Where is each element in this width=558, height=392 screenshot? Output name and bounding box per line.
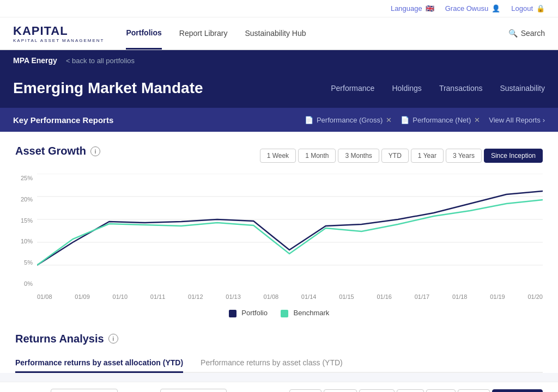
x-label-0114: 01/14 (301, 293, 317, 300)
logo-sub-text: KAPITAL ASSET MANAGEMENT (13, 38, 104, 43)
user-label: Grace Owusu (445, 4, 488, 13)
asset-growth-title-text: Asset Growth (15, 145, 86, 157)
portfolio-legend-label: Portfolio (241, 309, 268, 317)
returns-tab-asset-allocation[interactable]: Performance returns by asset allocation … (15, 354, 183, 373)
filter-time-btn-3y[interactable]: 3 Years (458, 389, 490, 392)
breadcrumb-bar: MPA Energy < back to all portfolios (0, 50, 558, 71)
language-selector[interactable]: Language 🇬🇧 (391, 4, 434, 13)
filter-time-btn-1y[interactable]: 1 Year (426, 389, 456, 392)
x-label-0109: 01/09 (75, 293, 90, 300)
x-label-0110: 01/10 (113, 293, 128, 300)
chart-y-axis: 0% 5% 10% 15% 20% 25% (15, 174, 33, 288)
time-btn-3y[interactable]: 3 Years (446, 149, 482, 163)
portfolio-nav-holdings[interactable]: Holdings (392, 84, 421, 93)
legend-portfolio: Portfolio (229, 309, 268, 317)
nav-link-sustainability-hub[interactable]: Sustainability Hub (245, 18, 306, 48)
chart-legend: Portfolio Benchmark (15, 309, 543, 317)
x-label-0118: 01/18 (452, 293, 468, 300)
kpr-report-net-label: Performance (Net) (413, 116, 471, 124)
asset-growth-title: Asset Growth i (15, 145, 100, 157)
kpr-title: Key Performance Reports (13, 115, 292, 125)
main-content: Asset Growth i 1 Week 1 Month 3 Months Y… (0, 132, 558, 317)
y-label-5: 5% (15, 259, 33, 266)
x-label-0112: 01/12 (188, 293, 203, 300)
kpr-reports: 📄 Performance (Gross) ✕ 📄 Performance (N… (305, 116, 545, 124)
filter-time-btn-ytd[interactable]: YTD (397, 389, 424, 392)
filter-time-btn-1w[interactable]: 1 Week (289, 389, 322, 392)
x-label-0113: 01/13 (226, 293, 241, 300)
returns-analysis-title: Returns Analysis (15, 333, 104, 345)
document-icon: 📄 (305, 116, 313, 124)
x-label-0117: 01/17 (415, 293, 430, 300)
kpr-report-net[interactable]: 📄 Performance (Net) ✕ (401, 116, 480, 124)
logout-button[interactable]: Logout 🔒 (511, 4, 545, 13)
portfolio-nav: Performance Holdings Transactions Sustai… (331, 84, 545, 93)
asset-growth-info-icon[interactable]: i (90, 146, 100, 156)
portfolio-nav-sustainability[interactable]: Sustainability (500, 84, 545, 93)
document-icon-net: 📄 (401, 116, 409, 124)
y-label-0: 0% (15, 280, 33, 287)
time-btn-ytd[interactable]: YTD (381, 149, 409, 163)
returns-analysis-header: Returns Analysis i (15, 333, 543, 345)
portfolio-header: Emerging Market Mandate Performance Hold… (0, 71, 558, 108)
y-label-25: 25% (15, 175, 33, 181)
filter-time-btn-since[interactable]: Since Inception (492, 389, 543, 392)
user-icon: 👤 (492, 4, 500, 13)
end-date-picker[interactable]: 30 January 2021 ▾ (160, 389, 227, 392)
top-bar: Language 🇬🇧 Grace Owusu 👤 Logout 🔒 (0, 0, 558, 17)
language-label: Language (391, 4, 422, 13)
nav-link-portfolios[interactable]: Portfolios (126, 17, 161, 50)
time-btn-3m[interactable]: 3 Months (338, 149, 379, 163)
x-label-0120: 01/20 (527, 293, 543, 300)
returns-analysis-section: Returns Analysis i Performance returns b… (0, 317, 558, 373)
time-btn-1y[interactable]: 1 Year (411, 149, 444, 163)
time-btn-1w[interactable]: 1 Week (260, 149, 296, 163)
kpr-bar: Key Performance Reports 📄 Performance (G… (0, 108, 558, 132)
chevron-right-icon: › (543, 116, 545, 124)
returns-analysis-info-icon[interactable]: i (108, 334, 118, 344)
view-all-reports-link[interactable]: View All Reports › (489, 116, 545, 124)
asset-growth-time-buttons: 1 Week 1 Month 3 Months YTD 1 Year 3 Yea… (260, 149, 543, 163)
search-button[interactable]: 🔍 Search (508, 29, 545, 38)
back-to-portfolios-link[interactable]: < back to all portfolios (66, 57, 135, 65)
returns-tab-asset-class[interactable]: Performance returns by asset class (YTD) (201, 354, 343, 372)
x-label-0111: 01/11 (150, 293, 166, 300)
y-label-10: 10% (15, 238, 33, 244)
close-report-gross-icon[interactable]: ✕ (386, 116, 392, 124)
filter-bar: Start Date 30 January 2019 ▾ End Date 30… (0, 382, 558, 392)
nav-links: Portfolios Report Library Sustainability… (126, 17, 508, 50)
x-label-0119: 01/19 (490, 293, 505, 300)
chart-x-axis: 01/08 01/09 01/10 01/11 01/12 01/13 01/0… (37, 293, 543, 300)
search-label: Search (521, 29, 545, 38)
filter-time-buttons: 1 Week 1 Month Months YTD 1 Year 3 Years… (289, 389, 543, 392)
search-icon: 🔍 (508, 29, 518, 38)
filter-time-btn-1m[interactable]: 1 Month (324, 389, 357, 392)
lock-icon: 🔒 (536, 4, 545, 13)
start-date-picker[interactable]: 30 January 2019 ▾ (51, 389, 117, 392)
portfolio-legend-dot (229, 310, 236, 317)
nav-bar: KAPITAL KAPITAL ASSET MANAGEMENT Portfol… (0, 17, 558, 50)
x-label-0108b: 01/08 (264, 293, 279, 300)
logout-label: Logout (511, 4, 533, 13)
portfolio-nav-performance[interactable]: Performance (331, 84, 374, 93)
time-btn-1m[interactable]: 1 Month (298, 149, 336, 163)
time-btn-since[interactable]: Since Inception (484, 149, 543, 163)
flag-icon: 🇬🇧 (426, 4, 434, 13)
x-label-0108: 01/08 (37, 293, 52, 300)
filter-time-btn-3m[interactable]: Months (359, 389, 395, 392)
returns-tabs: Performance returns by asset allocation … (15, 354, 543, 373)
close-report-net-icon[interactable]: ✕ (474, 116, 480, 124)
x-label-0116: 01/16 (377, 293, 392, 300)
logo-main-text: KAPITAL (13, 24, 104, 38)
kpr-report-gross[interactable]: 📄 Performance (Gross) ✕ (305, 116, 392, 124)
nav-link-report-library[interactable]: Report Library (179, 18, 228, 48)
benchmark-legend-label: Benchmark (294, 309, 330, 317)
legend-benchmark: Benchmark (281, 309, 329, 317)
portfolio-title: Emerging Market Mandate (13, 79, 331, 97)
portfolio-breadcrumb-name: MPA Energy (13, 56, 57, 65)
benchmark-legend-dot (281, 310, 288, 317)
portfolio-nav-transactions[interactable]: Transactions (439, 84, 483, 93)
x-label-0115: 01/15 (339, 293, 354, 300)
logo[interactable]: KAPITAL KAPITAL ASSET MANAGEMENT (13, 24, 104, 43)
user-menu[interactable]: Grace Owusu 👤 (445, 4, 500, 13)
